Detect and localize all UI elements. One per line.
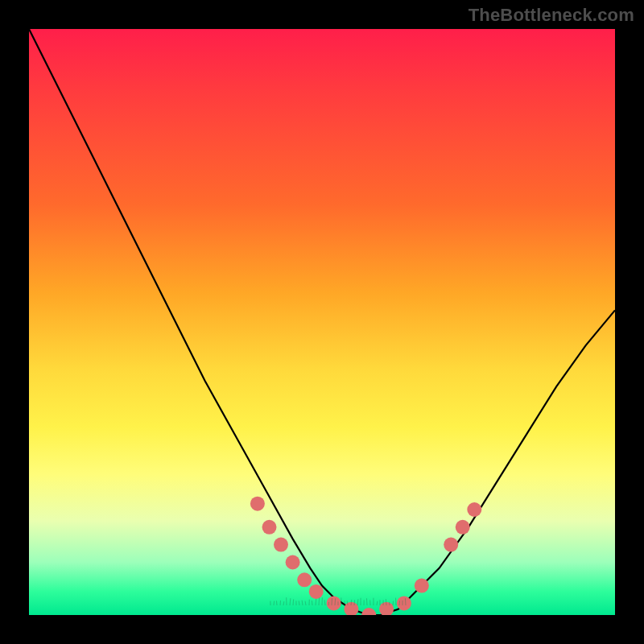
svg-line-36 <box>386 599 386 605</box>
svg-line-42 <box>405 598 406 605</box>
curve-marker <box>397 596 411 610</box>
svg-line-40 <box>399 601 400 605</box>
curve-marker <box>262 520 277 535</box>
curve-marker <box>361 608 376 615</box>
svg-line-10 <box>302 601 303 605</box>
svg-line-27 <box>357 599 358 605</box>
svg-line-14 <box>316 599 316 605</box>
svg-line-26 <box>354 600 355 605</box>
attribution-label: TheBottleneck.com <box>469 5 634 26</box>
svg-line-33 <box>377 601 378 605</box>
svg-line-18 <box>328 602 329 605</box>
svg-line-11 <box>305 601 306 605</box>
svg-line-30 <box>366 598 367 605</box>
svg-line-9 <box>299 601 299 605</box>
svg-line-7 <box>293 599 294 605</box>
svg-line-20 <box>335 598 336 605</box>
svg-line-2 <box>276 601 277 605</box>
plot-area <box>29 29 615 615</box>
chart-frame: TheBottleneck.com <box>0 0 644 644</box>
svg-line-15 <box>319 597 320 605</box>
curve-svg <box>29 29 615 615</box>
svg-line-17 <box>324 600 325 605</box>
svg-line-1 <box>274 601 275 605</box>
curve-marker <box>467 502 481 517</box>
svg-line-4 <box>283 601 284 605</box>
curve-marker <box>297 572 312 587</box>
curve-markers <box>250 497 481 615</box>
curve-line <box>29 29 615 615</box>
curve-marker <box>456 520 470 535</box>
curve-marker <box>309 584 324 599</box>
curve-marker <box>250 497 265 511</box>
curve-marker <box>286 555 300 570</box>
svg-line-6 <box>290 598 291 605</box>
curve-marker <box>444 538 458 552</box>
curve-marker <box>274 538 288 552</box>
svg-line-38 <box>393 601 394 605</box>
svg-line-3 <box>280 601 281 605</box>
curve-marker <box>415 579 429 593</box>
svg-line-13 <box>312 601 312 605</box>
